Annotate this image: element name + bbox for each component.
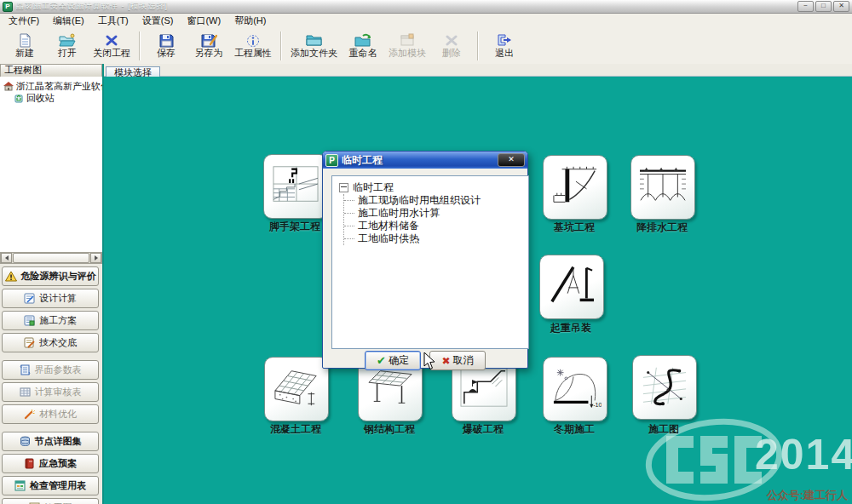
scroll-right-arrow-icon[interactable] bbox=[90, 253, 101, 263]
sidebar-construction-plan-button[interactable]: 施工方案 bbox=[2, 311, 99, 330]
module-label-winter-construction: 冬期施工 bbox=[523, 422, 625, 437]
module-tile-scaffolding[interactable] bbox=[263, 154, 328, 219]
horizontal-scrollbar[interactable] bbox=[0, 252, 102, 264]
delete-button: 删除 bbox=[430, 31, 473, 60]
open-button-label: 打开 bbox=[58, 48, 77, 58]
dialog-title-bar[interactable]: P 临时工程 ✕ bbox=[323, 152, 527, 169]
sidebar-emergency-plan-button[interactable]: 应急预案 bbox=[2, 454, 99, 473]
tree-item-root-label: 浙江晶茗高新产业软件 bbox=[16, 80, 102, 93]
rename-button[interactable]: 重命名 bbox=[342, 31, 384, 60]
project-tree-panel: 工程树图 浙江晶茗高新产业软件 回收站 bbox=[0, 64, 104, 504]
scrollbar-thumb[interactable] bbox=[13, 253, 89, 263]
sidebar-inspection-table-button[interactable]: 检查管理用表 bbox=[2, 476, 99, 495]
parameter-table-icon bbox=[20, 364, 31, 375]
module-tile-concrete[interactable] bbox=[264, 357, 329, 421]
module-tile-lifting[interactable] bbox=[539, 255, 604, 319]
sidebar-hazard-identification-button[interactable]: 危险源辨识与评价 bbox=[2, 266, 99, 286]
dialog-tree-item-temp-power[interactable]: 施工现场临时用电组织设计 bbox=[358, 194, 525, 207]
add-folder-button-label: 添加文件夹 bbox=[291, 48, 337, 58]
blasting-drawing-icon bbox=[458, 364, 510, 414]
minimize-button[interactable]: − bbox=[797, 1, 814, 12]
menu-edit[interactable]: 编辑(E) bbox=[46, 14, 91, 28]
module-tile-winter-construction[interactable]: -10℃ bbox=[543, 357, 607, 421]
menu-settings[interactable]: 设置(S) bbox=[135, 14, 181, 28]
save-button[interactable]: 保存 bbox=[145, 31, 187, 60]
close-button[interactable]: ✕ bbox=[833, 1, 849, 12]
dialog-title: 临时工程 bbox=[342, 153, 383, 168]
toolbar-separator bbox=[477, 32, 479, 60]
temporary-works-dialog: P 临时工程 ✕ 临时工程 施工现场临时用电组织设计 施工临时用水计算 工地材料… bbox=[322, 151, 528, 369]
sidebar-button-label: 应急预案 bbox=[39, 457, 77, 470]
project-properties-button-label: 工程属性 bbox=[234, 48, 272, 58]
project-properties-button[interactable]: 工程属性 bbox=[230, 31, 276, 60]
cancel-button-label: 取消 bbox=[453, 353, 474, 368]
new-button[interactable]: 新建 bbox=[3, 31, 46, 60]
project-properties-icon bbox=[246, 32, 260, 48]
project-tree-header: 工程树图 bbox=[0, 64, 102, 77]
save-as-button-label: 另存为 bbox=[195, 48, 223, 58]
project-tree: 浙江晶茗高新产业软件 回收站 bbox=[0, 77, 102, 255]
ok-button[interactable]: ✔ 确定 bbox=[365, 351, 421, 370]
menu-tools[interactable]: 工具(T) bbox=[91, 14, 135, 28]
exit-button[interactable]: 退出 bbox=[483, 31, 526, 60]
tech-disclosure-icon bbox=[24, 337, 35, 348]
rename-button-label: 重命名 bbox=[349, 48, 377, 58]
delete-button-label: 删除 bbox=[442, 48, 461, 58]
save-as-button[interactable]: 另存为 bbox=[187, 31, 230, 60]
menu-file[interactable]: 文件(F) bbox=[2, 14, 46, 28]
module-tile-drainage[interactable] bbox=[630, 155, 695, 220]
application-window: P 晶茗施工安全设施计算软件 - [模块选择] − □ ✕ 文件(F) 编辑(E… bbox=[0, 0, 852, 504]
lifting-drawing-icon bbox=[545, 262, 598, 312]
dialog-tree-item-temp-heating[interactable]: 工地临时供热 bbox=[358, 232, 525, 245]
tree-item-root[interactable]: 浙江晶茗高新产业软件 bbox=[3, 80, 102, 92]
inspection-table-icon bbox=[14, 480, 26, 491]
scroll-left-arrow-icon[interactable] bbox=[1, 253, 12, 263]
dialog-close-button[interactable]: ✕ bbox=[498, 153, 525, 167]
material-optimize-icon bbox=[24, 409, 35, 420]
open-button[interactable]: 打开 bbox=[46, 31, 89, 60]
home-icon bbox=[3, 82, 14, 91]
toolbar: 新建 打开 关闭工程 保存 另存为 bbox=[0, 27, 852, 65]
save-icon bbox=[159, 32, 174, 48]
close-project-button[interactable]: 关闭工程 bbox=[89, 31, 135, 60]
sidebar-design-calc-button[interactable]: 设计计算 bbox=[2, 289, 99, 308]
sidebar-tech-disclosure-button[interactable]: 技术交底 bbox=[2, 333, 99, 352]
exit-icon bbox=[497, 32, 512, 48]
window-title: 晶茗施工安全设施计算软件 - [模块选择] bbox=[16, 1, 168, 12]
sidebar-button-label: 材料优化 bbox=[39, 408, 77, 421]
winter-construction-drawing-icon: -10℃ bbox=[549, 364, 602, 414]
sidebar-audit-table-button[interactable]: 计算审核表 bbox=[2, 382, 99, 402]
dialog-tree-item-temp-water[interactable]: 施工临时用水计算 bbox=[358, 207, 525, 220]
menu-help[interactable]: 帮助(H) bbox=[227, 14, 273, 28]
sidebar-button-label: 设计计算 bbox=[39, 292, 77, 305]
sidebar-parameter-table-button[interactable]: 界面参数表 bbox=[2, 360, 99, 380]
module-label-blasting: 爆破工程 bbox=[432, 422, 534, 437]
construction-drawing-tile-icon bbox=[638, 363, 691, 412]
sidebar-detail-atlas-button[interactable]: 节点详图集 bbox=[2, 432, 99, 451]
open-folder-icon bbox=[59, 32, 76, 48]
tree-item-recycle[interactable]: 回收站 bbox=[3, 92, 102, 104]
mouse-cursor-icon bbox=[423, 352, 435, 374]
maximize-button[interactable]: □ bbox=[815, 1, 832, 12]
audit-table-icon bbox=[20, 387, 31, 398]
module-tile-construction-drawing[interactable] bbox=[632, 355, 697, 420]
close-project-button-label: 关闭工程 bbox=[93, 48, 130, 58]
ok-button-label: 确定 bbox=[389, 353, 409, 368]
menu-window[interactable]: 窗口(W) bbox=[180, 14, 227, 28]
module-tile-foundation-pit[interactable] bbox=[543, 155, 607, 220]
dialog-tree-root[interactable]: 临时工程 bbox=[339, 181, 525, 194]
save-as-icon bbox=[201, 32, 217, 48]
emergency-plan-icon bbox=[24, 458, 35, 469]
cancel-button[interactable]: ✖ 取消 bbox=[429, 351, 486, 370]
dialog-tree-item-material-reserve[interactable]: 工地材料储备 bbox=[358, 220, 525, 232]
title-bar: P 晶茗施工安全设施计算软件 - [模块选择] − □ ✕ bbox=[0, 0, 852, 14]
scaffolding-drawing-icon bbox=[269, 162, 322, 211]
sidebar-button-label: 检查管理用表 bbox=[30, 479, 86, 492]
menu-bar: 文件(F) 编辑(E) 工具(T) 设置(S) 窗口(W) 帮助(H) bbox=[0, 14, 852, 27]
add-folder-button[interactable]: 添加文件夹 bbox=[286, 31, 342, 60]
module-label-concrete: 混凝土工程 bbox=[245, 422, 347, 437]
sidebar-material-optimize-button[interactable]: 材料优化 bbox=[2, 404, 99, 424]
close-project-icon bbox=[105, 32, 118, 48]
sidebar-construction-drawing-button[interactable]: 施工图 bbox=[2, 498, 99, 504]
collapse-expander-icon[interactable] bbox=[339, 183, 348, 192]
